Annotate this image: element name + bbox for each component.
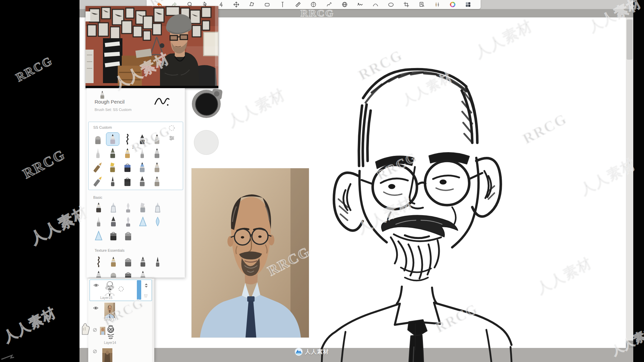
perspective-icon[interactable] bbox=[341, 1, 348, 8]
blue-tip-brush-icon[interactable] bbox=[136, 161, 149, 174]
airbrush-flask-brush-icon[interactable] bbox=[121, 201, 135, 214]
move-icon[interactable] bbox=[232, 1, 240, 8]
layer-thumbnail[interactable] bbox=[104, 303, 115, 319]
texture-splat-brush-icon[interactable] bbox=[92, 255, 105, 268]
brush-stroke-preview bbox=[153, 92, 170, 108]
cut-icon[interactable] bbox=[356, 1, 364, 8]
ballpoint-pen-brush-icon[interactable] bbox=[107, 201, 120, 214]
layer-thumbnail[interactable] bbox=[102, 348, 112, 362]
brush-set-settings-icon[interactable] bbox=[168, 135, 175, 141]
texture-gray-brush-icon[interactable] bbox=[136, 255, 150, 268]
brush-badge: 1 bbox=[132, 145, 134, 149]
crop-icon[interactable] bbox=[403, 1, 410, 8]
brush-section-title: Basic bbox=[93, 195, 102, 199]
stroke-icon[interactable] bbox=[325, 1, 333, 8]
layer-hidden-eye-icon[interactable] bbox=[92, 327, 98, 334]
layer-hidden-eye-icon[interactable] bbox=[92, 349, 98, 355]
yellow-angled-brush-icon[interactable] bbox=[91, 175, 105, 188]
pencil-brush-icon[interactable] bbox=[92, 201, 105, 214]
fine-liner-brush-icon[interactable] bbox=[91, 146, 105, 160]
layer-visible-eye-icon[interactable] bbox=[93, 305, 99, 311]
texture-extra1-brush-icon[interactable] bbox=[92, 269, 105, 278]
canvas-vertical-scrollbar[interactable] bbox=[626, 17, 633, 348]
hard-eraser-brush-icon[interactable] bbox=[107, 229, 120, 242]
watermark-text: RRCG bbox=[13, 54, 55, 84]
brush-panel: Rough Pencil Brush Set: SS Custom SS Cus… bbox=[87, 88, 185, 278]
primary-color-puck[interactable] bbox=[192, 89, 223, 119]
gray-cone-brush-icon[interactable] bbox=[150, 146, 164, 160]
ink-splatter-brush-icon[interactable] bbox=[121, 132, 134, 146]
angled-bronze-brush-icon[interactable] bbox=[91, 161, 105, 174]
layer-name: Layer15 bbox=[95, 296, 118, 300]
glass-marker-brush-icon[interactable] bbox=[151, 201, 164, 214]
layer-row[interactable] bbox=[90, 347, 152, 362]
current-brush-name: Rough Pencil bbox=[95, 99, 124, 105]
soft-cone-brush-icon[interactable] bbox=[150, 175, 164, 188]
shape-icon[interactable] bbox=[264, 1, 271, 8]
layer-visible-eye-icon[interactable] bbox=[93, 283, 99, 289]
primary-color-swatch bbox=[195, 93, 218, 116]
reference-photo bbox=[192, 168, 309, 338]
lasso-icon[interactable] bbox=[248, 1, 256, 8]
chisel-marker-brush-icon[interactable] bbox=[136, 201, 150, 214]
webcam-video bbox=[86, 6, 218, 88]
texture-nib-brush-icon[interactable] bbox=[151, 255, 164, 268]
steel-nib-brush-icon[interactable] bbox=[136, 146, 149, 160]
bullet-tip-brush-icon[interactable] bbox=[136, 132, 149, 146]
layer-row-layer14[interactable]: Layer14 bbox=[90, 324, 152, 346]
texture-block-brush-icon[interactable] bbox=[121, 255, 135, 268]
symmetry-icon[interactable] bbox=[310, 1, 317, 8]
rough-pencil-brush-icon[interactable] bbox=[106, 132, 119, 146]
brush-section-title: Texture Essentials bbox=[95, 248, 124, 252]
fine-nib-brush-icon[interactable] bbox=[92, 215, 105, 228]
right-letterbox bbox=[633, 0, 644, 362]
olive-cone-brush-icon[interactable] bbox=[106, 146, 119, 160]
line-icon[interactable] bbox=[279, 1, 286, 8]
blue-drop-brush-icon[interactable] bbox=[151, 215, 164, 228]
taupe-cone-brush-icon[interactable] bbox=[150, 161, 164, 174]
dome-brush-icon[interactable] bbox=[91, 132, 105, 146]
footer-brand: 人人素材 bbox=[294, 348, 329, 356]
airbrush-solid-brush-icon[interactable] bbox=[92, 229, 105, 242]
curve-icon[interactable] bbox=[372, 1, 379, 8]
layer-menu-icon[interactable] bbox=[144, 283, 148, 289]
layer-row-layer17[interactable]: Layer17 bbox=[90, 303, 152, 323]
texture-extra2-brush-icon[interactable] bbox=[107, 269, 120, 278]
color-wheel-icon[interactable] bbox=[449, 1, 457, 8]
layer-options-dots-icon[interactable] bbox=[144, 293, 148, 299]
gold-flat-brush-icon[interactable] bbox=[106, 161, 119, 174]
swatches-icon[interactable] bbox=[465, 1, 472, 8]
import-icon[interactable] bbox=[418, 1, 426, 8]
airbrush-outline-brush-icon[interactable] bbox=[136, 215, 150, 228]
numbered-pencil-brush-icon[interactable]: 1 bbox=[121, 146, 134, 160]
silver-cone-brush-icon[interactable] bbox=[150, 132, 164, 146]
layer-row-layer15[interactable]: Layer15 bbox=[90, 280, 152, 301]
layer-busy-spinner-icon bbox=[118, 286, 124, 293]
scrollbar-thumb[interactable] bbox=[627, 19, 633, 60]
glove-icon bbox=[80, 320, 90, 337]
ruler-icon[interactable] bbox=[294, 1, 302, 8]
texture-cone-brush-icon[interactable] bbox=[107, 255, 120, 268]
slim-dark-brush-icon[interactable] bbox=[136, 175, 149, 188]
ink-block-brush-icon[interactable] bbox=[121, 175, 134, 188]
soft-eraser-brush-icon[interactable] bbox=[121, 229, 135, 242]
texture-extra4-brush-icon[interactable] bbox=[136, 269, 150, 278]
brushes-icon[interactable] bbox=[434, 1, 441, 8]
dark-marker-brush-icon[interactable] bbox=[107, 215, 120, 228]
video-frame: Rough Pencil Brush Set: SS Custom SS Cus… bbox=[0, 0, 644, 362]
new-brush-icon[interactable] bbox=[168, 125, 175, 131]
layer-thumbnail[interactable] bbox=[105, 281, 115, 297]
stamp-block-brush-icon[interactable] bbox=[121, 161, 134, 174]
ellipse-icon[interactable] bbox=[387, 1, 394, 8]
dark-nib-brush-icon[interactable] bbox=[106, 175, 119, 188]
secondary-color-puck[interactable] bbox=[194, 130, 219, 155]
brush-set-panel: SS Custom 1 bbox=[88, 122, 183, 190]
brand-logo-text: 人人素材 bbox=[305, 348, 329, 356]
brand-logo-icon bbox=[294, 348, 303, 356]
layers-scrollbar[interactable] bbox=[152, 279, 154, 362]
layer-thumbnail[interactable] bbox=[100, 325, 117, 342]
layer-name: Layer14 bbox=[98, 341, 122, 345]
texture-extra3-brush-icon[interactable] bbox=[121, 269, 135, 278]
scrollbar-corner bbox=[626, 341, 633, 348]
ink-flame-brush-icon[interactable] bbox=[121, 215, 135, 228]
